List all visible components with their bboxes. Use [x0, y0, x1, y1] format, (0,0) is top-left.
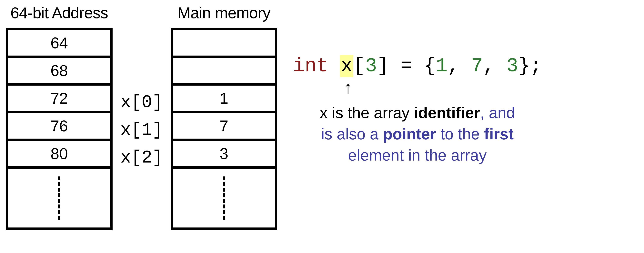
memory-row [173, 58, 275, 86]
memory-row-ellipsis [173, 169, 275, 227]
up-arrow-icon: ↑ [344, 79, 542, 96]
memory-column: Main memory 1 7 3 [170, 4, 277, 230]
caption-bold: first [484, 125, 514, 143]
code-type-keyword: int [293, 55, 328, 77]
address-row: 68 [8, 58, 110, 86]
index-label: x[2] [120, 144, 163, 172]
caption-fragment: x is the array [320, 104, 414, 121]
address-row: 72 [8, 86, 110, 113]
index-label: x[0] [120, 89, 163, 116]
caption-fragment: , and [480, 104, 515, 121]
code-section: int x[3] = {1, 7, 3}; ↑ x is the array i… [293, 4, 542, 166]
address-row-ellipsis [8, 169, 110, 227]
caption-bold: pointer [383, 125, 436, 143]
memory-row: 7 [173, 113, 275, 141]
address-column: 64-bit Address 64 68 72 76 80 [6, 4, 112, 230]
caption-fragment: is also a [321, 125, 383, 143]
diagram-root: 64-bit Address 64 68 72 76 80 x[0] x[1] … [6, 4, 638, 230]
code-init-value: 3 [506, 55, 518, 77]
memory-row: 3 [173, 141, 275, 169]
address-table: 64 68 72 76 80 [6, 28, 112, 230]
memory-column-title: Main memory [178, 4, 270, 22]
vertical-ellipsis-icon [223, 176, 225, 220]
address-row: 76 [8, 113, 110, 141]
code-declaration: int x[3] = {1, 7, 3}; [293, 55, 542, 77]
index-labels: x[0] x[1] x[2] [120, 4, 163, 172]
code-variable-highlight: x [340, 55, 354, 77]
address-row: 80 [8, 141, 110, 169]
caption-fragment: to the [436, 125, 484, 143]
vertical-ellipsis-icon [58, 176, 60, 220]
index-label: x[1] [120, 116, 163, 144]
memory-row [173, 30, 275, 58]
code-array-size: 3 [365, 55, 377, 77]
address-row: 64 [8, 30, 110, 58]
memory-table: 1 7 3 [170, 28, 277, 230]
caption-text: x is the array identifier, and is also a… [293, 102, 542, 166]
caption-bold: identifier [414, 104, 480, 121]
caption-fragment: element in the array [348, 146, 487, 164]
memory-row: 1 [173, 86, 275, 113]
code-init-value: 1 [436, 55, 448, 77]
address-column-title: 64-bit Address [10, 4, 108, 22]
code-init-value: 7 [471, 55, 483, 77]
